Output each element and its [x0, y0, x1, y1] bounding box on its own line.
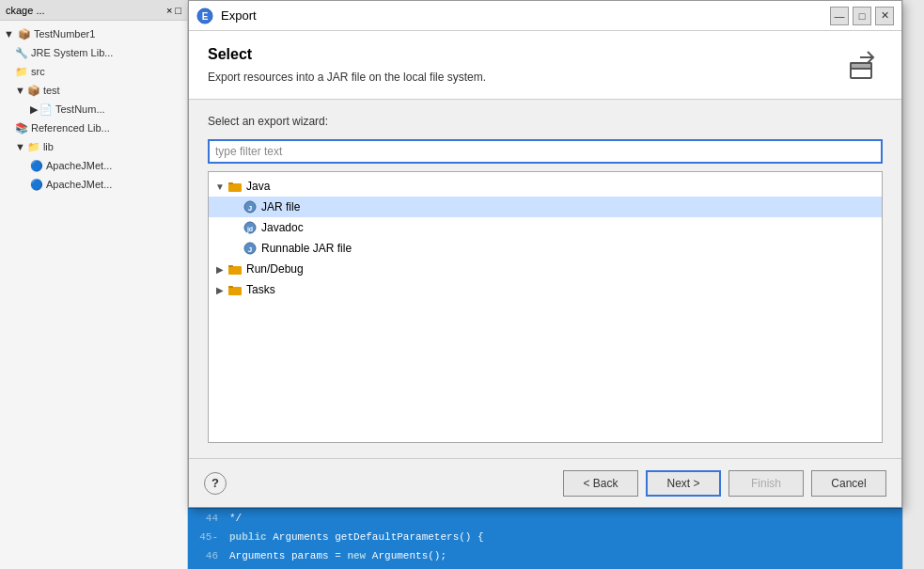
wizard-label: Select an export wizard: [208, 115, 883, 128]
code-content: public Arguments getDefaultParameters() … [229, 531, 484, 543]
finish-button[interactable]: Finish [728, 470, 804, 497]
tree-item-javadoc[interactable]: jd Javadoc [209, 217, 882, 238]
sidebar-header: ckage ... × □ [0, 0, 187, 21]
sidebar-item: ▼ 📦 TestNumber1 [0, 24, 187, 43]
code-content: Arguments params = new Arguments(); [229, 550, 446, 561]
sidebar-item: ▶ 📄 TestNum... [0, 100, 187, 119]
code-line-3: 46 Arguments params = new Arguments(); [188, 546, 902, 565]
dialog-header-icon [845, 46, 883, 84]
sidebar-item: 📚 Referenced Lib... [0, 119, 187, 137]
minimize-button[interactable]: — [830, 7, 849, 25]
tree-toggle-java[interactable]: ▼ [212, 179, 227, 194]
dialog-header-text: Select Export resources into a JAR file … [208, 46, 845, 84]
tree-label-tasks: Tasks [246, 283, 275, 296]
export-dialog: E Export — □ ✕ Select Export resources i… [188, 0, 902, 508]
javadoc-icon: jd [243, 220, 258, 235]
tree-toggle-tasks[interactable]: ▶ [212, 282, 227, 297]
eclipse-right-panel [902, 0, 924, 569]
svg-text:jd: jd [246, 226, 253, 233]
cancel-button[interactable]: Cancel [811, 470, 886, 497]
sidebar-tree: ▼ 📦 TestNumber1 🔧 JRE System Lib... 📁 sr… [0, 21, 187, 198]
line-number: 46 [196, 550, 218, 561]
line-number: 45- [196, 531, 218, 543]
sidebar-item: 🔵 ApacheJMet... [0, 175, 187, 194]
footer-right: < Back Next > Finish Cancel [563, 470, 886, 497]
tree-indent-javadoc [212, 220, 227, 235]
eclipse-sidebar: ckage ... × □ ▼ 📦 TestNumber1 🔧 JRE Syst… [0, 0, 188, 569]
tree-indent-runnable [212, 241, 227, 256]
sidebar-item: ▼ 📁 lib [0, 137, 187, 156]
dialog-header-description: Export resources into a JAR file on the … [208, 71, 845, 84]
export-title-icon: E [196, 8, 213, 24]
dialog-header: Select Export resources into a JAR file … [189, 31, 901, 100]
svg-rect-3 [851, 63, 871, 69]
dialog-header-title: Select [208, 46, 845, 63]
back-button[interactable]: < Back [563, 470, 638, 497]
svg-text:E: E [202, 11, 209, 22]
tree-label-runnable-jar: Runnable JAR file [261, 242, 352, 255]
svg-text:J: J [248, 245, 252, 254]
line-number: 44 [196, 513, 218, 524]
wizard-tree: ▼ Java [208, 171, 883, 443]
tree-toggle-run-debug[interactable]: ▶ [212, 261, 227, 277]
sidebar-controls: × □ [166, 5, 181, 16]
runnable-jar-icon: J [243, 241, 258, 256]
tree-item-run-debug[interactable]: ▶ Run/Debug [209, 259, 882, 279]
svg-rect-7 [228, 182, 233, 184]
sidebar-item: 🔧 JRE System Lib... [0, 43, 187, 62]
code-content: */ [229, 513, 242, 524]
code-line-1: 44 */ [188, 509, 902, 528]
export-header-icon [847, 48, 881, 82]
code-area: 44 */ 45- public Arguments getDefaultPar… [188, 508, 902, 569]
tree-label-java: Java [246, 180, 270, 193]
titlebar-controls: — □ ✕ [830, 7, 894, 25]
folder-icon-run-debug [227, 261, 243, 277]
tree-item-tasks[interactable]: ▶ Tasks [209, 279, 882, 300]
help-button[interactable]: ? [204, 472, 227, 495]
dialog-titlebar: E Export — □ ✕ [189, 1, 901, 31]
tree-label-javadoc: Javadoc [261, 221, 304, 234]
sidebar-item: ▼ 📦 test [0, 81, 187, 100]
tree-item-jar-file[interactable]: J JAR file [209, 197, 882, 217]
sidebar-item: 🔵 ApacheJMet... [0, 156, 187, 175]
dialog-title: Export [221, 8, 257, 23]
code-line-2: 45- public Arguments getDefaultParameter… [188, 528, 902, 546]
tree-label-jar-file: JAR file [261, 200, 300, 213]
svg-rect-17 [228, 286, 233, 288]
jar-icon: J [243, 199, 258, 214]
dialog-content: Select an export wizard: ▼ Java [189, 100, 901, 458]
next-button[interactable]: Next > [646, 470, 721, 497]
maximize-button[interactable]: □ [853, 7, 871, 25]
svg-text:J: J [248, 204, 252, 213]
close-button[interactable]: ✕ [875, 7, 894, 25]
tree-item-java[interactable]: ▼ Java [209, 176, 882, 197]
tree-indent-jar [212, 199, 227, 214]
folder-icon-java [227, 179, 243, 194]
tree-label-run-debug: Run/Debug [246, 262, 304, 276]
tree-item-runnable-jar[interactable]: J Runnable JAR file [209, 238, 882, 259]
svg-rect-15 [228, 265, 233, 267]
filter-input[interactable] [208, 139, 883, 164]
dialog-footer: ? < Back Next > Finish Cancel [189, 458, 901, 507]
svg-rect-14 [228, 266, 242, 275]
svg-rect-16 [228, 287, 242, 295]
tree-scrollable[interactable]: ▼ Java [209, 172, 882, 442]
footer-left: ? [204, 472, 227, 495]
sidebar-title: ckage ... [6, 5, 45, 16]
folder-icon-tasks [227, 282, 243, 297]
titlebar-left: E Export [196, 8, 257, 24]
sidebar-item: 📁 src [0, 62, 187, 81]
